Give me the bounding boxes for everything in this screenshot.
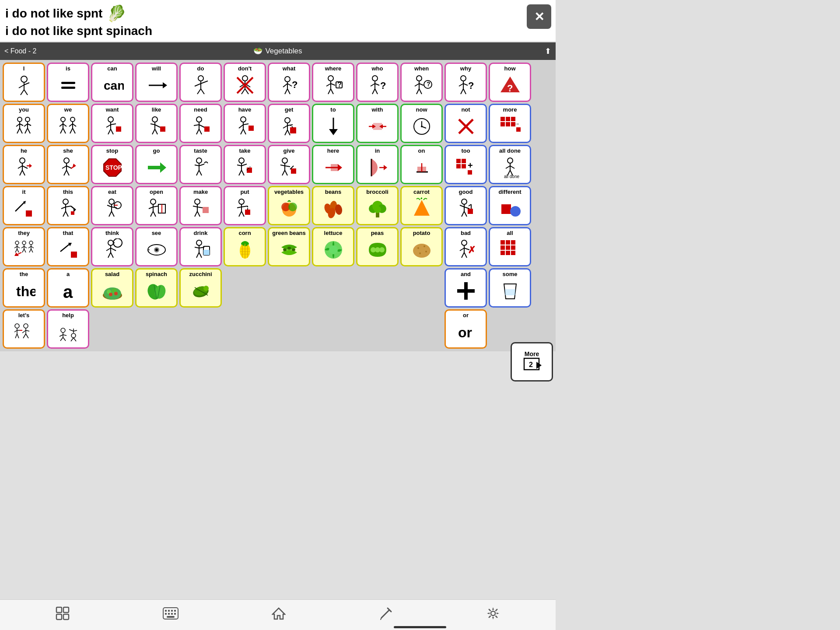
cell-to[interactable]: to — [312, 104, 354, 143]
cell-help[interactable]: help — [47, 309, 89, 349]
cell-bad[interactable]: bad ✗ — [444, 227, 487, 266]
cell-i[interactable]: I — [3, 63, 45, 102]
cell-he[interactable]: he — [3, 145, 45, 184]
cell-beans[interactable]: beans — [312, 186, 354, 225]
cell-a[interactable]: a a — [47, 268, 89, 308]
svg-point-228 — [150, 199, 156, 204]
cell-they[interactable]: they — [3, 227, 45, 266]
cell-do[interactable]: do — [179, 63, 222, 102]
svg-text:→: → — [514, 121, 520, 127]
cell-get[interactable]: get — [268, 104, 310, 143]
cell-it[interactable]: it — [3, 186, 45, 225]
svg-point-0 — [21, 76, 27, 82]
more-button[interactable]: More 2 — [511, 342, 553, 382]
cell-all[interactable]: all — [489, 227, 531, 266]
cell-icon-arrow-that — [57, 236, 80, 264]
svg-line-45 — [375, 89, 378, 94]
svg-line-15 — [197, 89, 201, 94]
svg-line-222 — [107, 205, 112, 207]
cell-is[interactable]: is — [47, 63, 89, 102]
svg-line-66 — [16, 124, 20, 126]
cell-have[interactable]: have — [224, 104, 266, 143]
cell-we[interactable]: we — [47, 104, 89, 143]
cell-label-will: will — [152, 66, 161, 72]
cell-different[interactable]: different — [489, 186, 531, 225]
svg-rect-130 — [373, 123, 382, 130]
cell-more[interactable]: more → — [489, 104, 531, 143]
cell-taste[interactable]: taste — [179, 145, 222, 184]
nav-share-button[interactable]: ⬆ — [545, 46, 551, 56]
svg-point-339 — [425, 251, 427, 252]
svg-line-397 — [69, 329, 74, 331]
cell-on[interactable]: on — [400, 145, 443, 184]
cell-drink[interactable]: drink — [179, 227, 222, 266]
close-button[interactable]: ✕ — [527, 4, 551, 29]
cell-not[interactable]: not — [444, 104, 487, 143]
cell-think[interactable]: think — [91, 227, 133, 266]
svg-point-153 — [64, 158, 69, 163]
cell-and[interactable]: and — [444, 268, 487, 308]
cell-stop[interactable]: stop STOP — [91, 145, 133, 184]
cell-how[interactable]: how ? — [489, 63, 531, 102]
cell-some[interactable]: some — [489, 268, 531, 308]
cell-she[interactable]: she — [47, 145, 89, 184]
cell-open[interactable]: open — [135, 186, 178, 225]
cell-zucchini[interactable]: zucchini — [179, 268, 222, 308]
cell-go[interactable]: go — [135, 145, 178, 184]
cell-label-is: is — [66, 66, 70, 72]
cell-need[interactable]: need — [179, 104, 222, 143]
cell-with[interactable]: with — [356, 104, 399, 143]
cell-this[interactable]: this — [47, 186, 89, 225]
cell-peas[interactable]: peas — [356, 227, 399, 266]
cell-the[interactable]: the the — [3, 268, 45, 308]
nav-back-button[interactable]: < Food - 2 — [4, 47, 36, 55]
cell-here[interactable]: here — [312, 145, 354, 184]
cell-will[interactable]: will — [135, 63, 178, 102]
cell-eat[interactable]: eat — [91, 186, 133, 225]
cell-put[interactable]: put — [224, 186, 266, 225]
svg-point-116 — [285, 118, 290, 123]
cell-when[interactable]: when ? — [400, 63, 443, 102]
svg-point-287 — [29, 241, 33, 245]
cell-too[interactable]: too + — [444, 145, 487, 184]
cell-let's[interactable]: let's — [3, 309, 45, 349]
cell-want[interactable]: want — [91, 104, 133, 143]
cell-label-with: with — [372, 107, 383, 113]
svg-line-241 — [197, 211, 200, 217]
cell-where[interactable]: where ? — [312, 63, 354, 102]
cell-you[interactable]: you — [3, 104, 45, 143]
cell-in[interactable]: in — [356, 145, 399, 184]
cell-like[interactable]: like — [135, 104, 178, 143]
cell-why[interactable]: why ? — [444, 63, 487, 102]
svg-line-284 — [24, 246, 27, 248]
cell-can[interactable]: can can — [91, 63, 133, 102]
cell-or[interactable]: or or — [444, 309, 487, 349]
cell-see[interactable]: see — [135, 227, 178, 266]
cell-good[interactable]: good — [444, 186, 487, 225]
cell-carrot[interactable]: carrot — [400, 186, 443, 225]
cell-potato[interactable]: potato — [400, 227, 443, 266]
cell-give[interactable]: give — [268, 145, 310, 184]
cell-that[interactable]: that — [47, 227, 89, 266]
svg-rect-219 — [71, 211, 74, 215]
cell-who[interactable]: who ? — [356, 63, 399, 102]
cell-take[interactable]: take — [224, 145, 266, 184]
svg-line-72 — [24, 124, 28, 126]
cell-vegetables[interactable]: vegetables — [268, 186, 310, 225]
cell-make[interactable]: make — [179, 186, 222, 225]
svg-line-90 — [106, 125, 111, 127]
cell-now[interactable]: now — [400, 104, 443, 143]
cell-corn[interactable]: corn — [224, 227, 266, 266]
cell-spinach[interactable]: spinach — [135, 268, 178, 308]
svg-line-74 — [25, 128, 28, 133]
svg-rect-138 — [506, 117, 510, 121]
cell-all-done[interactable]: all done all done — [489, 145, 531, 184]
svg-line-267 — [464, 207, 469, 209]
cell-salad[interactable]: salad — [91, 268, 133, 308]
cell-broccoli[interactable]: broccoli — [356, 186, 399, 225]
cell-don't[interactable]: don't — [224, 63, 266, 102]
cell-green-beans[interactable]: green beans — [268, 227, 310, 266]
cell-lettuce[interactable]: lettuce — [312, 227, 354, 266]
cell-what[interactable]: what ? — [268, 63, 310, 102]
cell-icon-or-text: or — [455, 318, 477, 346]
